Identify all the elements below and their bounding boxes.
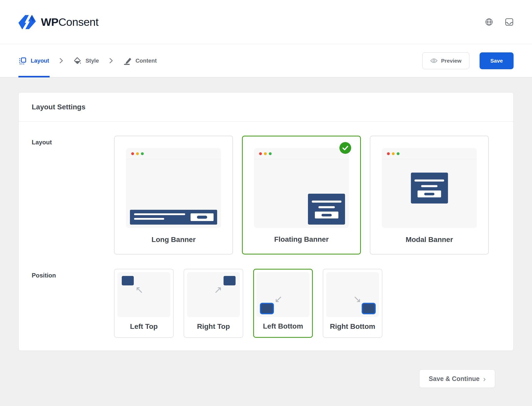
traffic-dots — [382, 148, 477, 159]
preview-button[interactable]: Preview — [422, 52, 469, 69]
chevron-right-icon: › — [483, 375, 486, 383]
floating-banner-preview — [308, 194, 345, 225]
traffic-dot-red — [387, 152, 390, 155]
pencil-icon — [123, 57, 131, 65]
position-preview-panel: ↙ — [257, 272, 309, 317]
modal-banner-preview — [411, 173, 448, 204]
eye-icon — [430, 58, 438, 63]
selected-check-icon — [339, 142, 351, 154]
long-banner-preview — [130, 210, 217, 225]
traffic-dot-yellow — [392, 152, 395, 155]
traffic-dot-green — [141, 152, 144, 155]
save-and-continue-button[interactable]: Save & Continue › — [419, 369, 495, 388]
active-tab-underline — [18, 76, 50, 77]
banner-square — [122, 276, 134, 285]
position-preview-panel: ↖ — [117, 272, 170, 317]
position-option-right-bottom[interactable]: ↘ Right Bottom — [323, 269, 382, 338]
paint-bucket-icon — [73, 57, 81, 65]
layout-option-modal-banner[interactable]: Modal Banner — [370, 136, 489, 254]
button-pill — [197, 216, 207, 219]
position-option-label: Left Top — [115, 322, 173, 331]
traffic-dot-red — [259, 152, 262, 155]
position-row-label: Position — [32, 269, 114, 338]
position-row: Position ↖ Left Top ↗ Right Top — [19, 254, 513, 351]
traffic-dot-green — [269, 152, 272, 155]
layout-option-label: Modal Banner — [370, 236, 488, 244]
browser-mockup — [254, 148, 349, 228]
tab-content-label: Content — [136, 57, 157, 64]
layout-option-long-banner[interactable]: Long Banner — [114, 136, 233, 254]
arrow-up-left-icon: ↖ — [135, 285, 143, 295]
text-line-placeholder — [312, 201, 341, 203]
arrow-up-right-icon: ↗ — [214, 285, 222, 295]
layout-options: Long Banner — [114, 136, 489, 254]
layout-row: Layout — [19, 122, 513, 254]
traffic-dot-yellow — [264, 152, 267, 155]
browser-mockup — [382, 148, 477, 228]
inbox-tray-icon[interactable] — [505, 18, 514, 26]
layout-icon — [19, 57, 27, 65]
footer-actions: Save & Continue › — [18, 351, 514, 388]
main-content: Layout Settings Layout — [0, 77, 532, 388]
arrow-down-left-icon: ↙ — [274, 294, 283, 304]
banner-square — [224, 276, 236, 285]
position-option-right-top[interactable]: ↗ Right Top — [184, 269, 243, 338]
chevron-right-icon — [109, 57, 113, 64]
tab-content[interactable]: Content — [123, 44, 157, 77]
section-title: Layout Settings — [19, 92, 513, 122]
position-preview-panel: ↘ — [326, 272, 379, 317]
button-placeholder — [315, 212, 338, 218]
traffic-dot-yellow — [136, 152, 139, 155]
traffic-dot-green — [397, 152, 400, 155]
position-options: ↖ Left Top ↗ Right Top ↙ Le — [114, 269, 382, 338]
position-option-label: Left Bottom — [254, 322, 312, 330]
app-header: WPConsent — [0, 0, 532, 44]
text-line-placeholder — [134, 218, 164, 220]
button-placeholder — [418, 191, 441, 198]
text-line-placeholder — [318, 206, 335, 208]
tab-bar-actions: Preview Save — [422, 52, 514, 69]
layout-option-label: Long Banner — [115, 236, 232, 244]
tab-style[interactable]: Style — [73, 44, 99, 77]
position-preview-panel: ↗ — [187, 272, 240, 317]
chevron-right-icon — [59, 57, 63, 64]
wizard-tabs: Layout Style — [18, 44, 157, 77]
tab-style-label: Style — [85, 57, 99, 64]
globe-icon[interactable] — [485, 18, 493, 26]
save-button[interactable]: Save — [480, 52, 514, 69]
text-line-placeholder — [415, 180, 444, 182]
brand-name-bold: WP — [41, 16, 58, 28]
layout-row-label: Layout — [32, 136, 114, 254]
button-placeholder — [191, 213, 214, 221]
preview-button-label: Preview — [441, 58, 461, 64]
position-option-label: Right Bottom — [323, 322, 382, 331]
save-and-continue-label: Save & Continue — [429, 375, 480, 382]
brand-logo: WPConsent — [18, 15, 98, 29]
arrow-down-right-icon: ↘ — [353, 294, 361, 304]
layout-settings-card: Layout Settings Layout — [18, 92, 514, 351]
brand-name-regular: Consent — [58, 16, 98, 28]
tab-layout[interactable]: Layout — [18, 44, 50, 77]
tab-bar: Layout Style — [0, 44, 532, 77]
brand-name: WPConsent — [41, 16, 98, 28]
layout-option-floating-banner[interactable]: Floating Banner — [242, 136, 361, 254]
browser-mockup — [126, 148, 221, 228]
wpconsent-logo-icon — [18, 15, 36, 29]
button-pill — [424, 193, 435, 195]
position-option-left-bottom[interactable]: ↙ Left Bottom — [253, 269, 313, 338]
layout-option-label: Floating Banner — [243, 235, 360, 243]
header-actions — [485, 18, 514, 26]
banner-square — [363, 304, 375, 313]
traffic-dots — [254, 148, 349, 159]
traffic-dots — [126, 148, 221, 159]
text-line-placeholder — [421, 185, 438, 187]
text-line-placeholder — [134, 213, 185, 215]
banner-square — [261, 304, 273, 313]
tab-layout-label: Layout — [31, 57, 49, 64]
position-option-label: Right Top — [184, 322, 243, 331]
button-pill — [322, 214, 332, 216]
save-button-label: Save — [490, 58, 503, 64]
traffic-dot-red — [131, 152, 134, 155]
position-option-left-top[interactable]: ↖ Left Top — [114, 269, 174, 338]
